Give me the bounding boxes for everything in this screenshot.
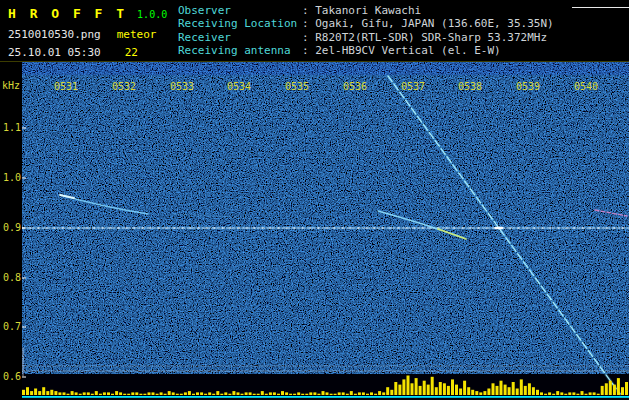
meter-bar [350,391,353,395]
meter-bar [164,394,167,395]
meter-bar [609,381,612,395]
meter-bar [204,394,207,395]
meter-bar [471,390,474,395]
meter-bar [548,392,551,395]
x-tick-label: 0539 [516,81,540,92]
meter-bar [568,392,571,395]
info-label: Receiving Location [178,17,302,30]
meter-bar [564,394,567,395]
meter-bar [111,394,114,395]
meter-bar [427,385,430,395]
header: H R O F F T1.0.0 2510010530.pngmeteor 25… [0,0,629,62]
meter-bar [309,392,312,395]
y-tick-label: 0.8 [3,272,21,283]
app-version: 1.0.0 [137,9,167,20]
meter-bar [581,391,584,395]
y-axis-unit-label: kHz [2,80,20,91]
meter-bar [504,385,507,395]
meter-bar [552,394,555,395]
meter-bar [326,392,329,395]
x-tick-label: 0532 [112,81,136,92]
meter-bar [58,392,61,395]
meter-bar [200,392,203,395]
meter-bar [366,394,369,395]
output-filename: 2510010530.png [8,28,101,41]
meter-bar [285,392,288,395]
meter-bar [249,392,252,395]
x-tick-label: 0535 [285,81,309,92]
meter-bar [305,394,308,395]
header-row-file: 2510010530.pngmeteor [8,23,156,42]
info-value: Ogaki, Gifu, JAPAN (136.60E, 35.35N) [315,17,553,30]
meter-bar [54,391,57,395]
info-colon: : [302,44,315,57]
meter-bar [257,394,260,395]
meter-bar [237,392,240,395]
meter-bar [152,392,155,395]
info-value: 2el-HB9CV Vertical (el. E-W) [315,44,500,57]
meter-bar [520,379,523,395]
meter-bar [71,391,74,395]
y-tick-label: 0.6 [3,371,21,382]
info-row: Receiver: R820T2(RTL-SDR) SDR-Sharp 53.3… [178,31,554,44]
meter-bar [184,392,187,395]
meter-bar [512,382,515,395]
meter-bar [475,391,478,395]
info-colon: : [302,17,315,30]
meter-bar [540,392,543,395]
meter-bar [119,392,122,395]
x-tick-label: 0537 [401,81,425,92]
meter-bar [394,382,397,395]
meter-bar [528,383,531,395]
meter-bar [208,392,211,395]
meter-bar [500,381,503,395]
meter-bar [131,392,134,395]
header-row-title: H R O F F T1.0.0 [8,3,167,22]
info-colon: : [302,4,315,17]
meter-bar [212,394,215,395]
meter-bar [313,392,316,395]
meter-bar [30,391,33,395]
meter-bar [123,394,126,395]
spectrogram-noise [22,62,629,374]
meter-bar [516,389,519,396]
y-tick-label: 1.1 [3,122,21,133]
x-tick-label: 0531 [54,81,78,92]
meter-bar [103,392,106,395]
meter-bar [536,390,539,395]
meter-bar [301,394,304,395]
meter-bar [168,391,171,395]
meter-bar [156,394,159,395]
meter-bar [322,391,325,395]
meter-bar [317,394,320,395]
meter-bar [99,394,102,395]
meter-bar [107,392,110,395]
meter-bar [220,394,223,395]
meter-bar [338,392,341,395]
meter-bar [75,392,78,395]
meter-bar [370,392,373,395]
meter-bar [439,382,442,395]
mode-label: meteor [117,28,157,41]
meter-bar [293,394,296,395]
spectrogram: 0531053205330534053505360537053805390540 [22,62,629,400]
observation-info: Observer: Takanori KawachiReceiving Loca… [178,4,554,58]
info-value: Takanori Kawachi [315,4,421,17]
meter-bar [589,392,592,395]
meter-bar [127,394,130,395]
meter-bar [496,386,499,395]
meter-bar [232,391,235,395]
meter-bar [277,394,280,395]
x-tick-label: 0534 [227,81,251,92]
meter-bar [532,387,535,395]
meter-baseline [22,396,629,398]
meter-bar [483,391,486,395]
meter-bar [382,392,385,395]
meter-bar [560,392,563,395]
x-tick-label: 0536 [343,81,367,92]
meter-bar [585,394,588,395]
meter-bar [431,377,434,395]
hrofft-window: H R O F F T1.0.0 2510010530.pngmeteor 25… [0,0,629,400]
meter-bar [22,390,25,395]
meter-bar [160,392,163,395]
